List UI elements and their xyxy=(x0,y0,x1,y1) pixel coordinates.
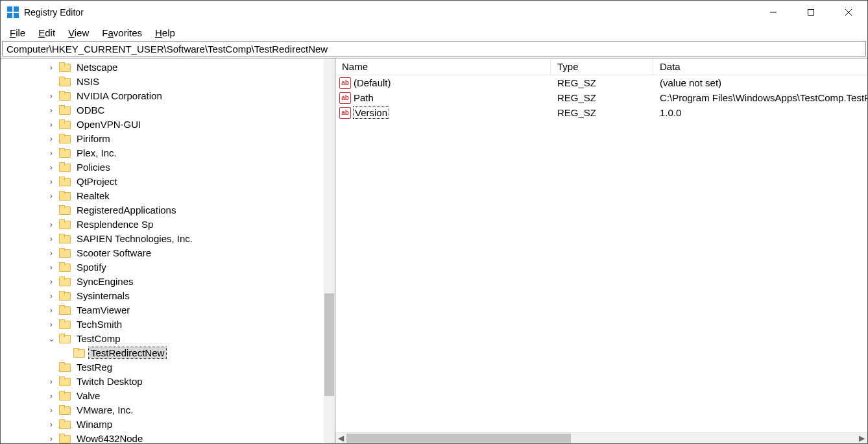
chevron-right-icon[interactable]: › xyxy=(46,262,56,272)
tree-item[interactable]: ›Resplendence Sp xyxy=(1,217,335,231)
chevron-right-icon: › xyxy=(46,204,56,215)
registry-tree[interactable]: ›Netscape›NSIS›NVIDIA Corporation›ODBC›O… xyxy=(1,58,335,443)
chevron-right-icon[interactable]: › xyxy=(46,404,56,415)
tree-item[interactable]: ›Plex, Inc. xyxy=(1,145,335,160)
menu-bar: File Edit View Favorites Help xyxy=(1,24,867,41)
values-header: Name Type Data xyxy=(335,58,867,75)
tree-item-label: Twitch Desktop xyxy=(75,376,145,387)
menu-view[interactable]: View xyxy=(62,26,95,40)
value-name: Version xyxy=(354,107,389,118)
svg-rect-0 xyxy=(7,6,12,12)
tree-item-label: Piriform xyxy=(75,133,112,144)
minimize-button[interactable] xyxy=(754,1,792,24)
tree-item[interactable]: ›TestReg xyxy=(1,360,335,374)
main-split: ›Netscape›NSIS›NVIDIA Corporation›ODBC›O… xyxy=(1,58,867,443)
value-type: REG_SZ xyxy=(551,107,653,118)
chevron-right-icon[interactable]: › xyxy=(46,276,56,286)
address-bar[interactable]: Computer\HKEY_CURRENT_USER\Software\Test… xyxy=(2,41,866,56)
chevron-right-icon[interactable]: › xyxy=(46,147,56,158)
tree-item[interactable]: ›Policies xyxy=(1,160,335,174)
values-h-scrollbar[interactable]: ◀ ▶ xyxy=(335,432,867,443)
chevron-right-icon[interactable]: › xyxy=(46,219,56,229)
value-name: Path xyxy=(354,92,374,103)
chevron-right-icon[interactable]: › xyxy=(46,233,56,243)
tree-item-label: TestReg xyxy=(75,362,114,373)
close-button[interactable] xyxy=(830,1,867,24)
tree-item[interactable]: ›Wow6432Node xyxy=(1,431,335,443)
tree-item[interactable]: ›TeamViewer xyxy=(1,302,335,317)
tree-item[interactable]: ›SAPIEN Technologies, Inc. xyxy=(1,231,335,245)
svg-rect-2 xyxy=(7,13,12,18)
chevron-right-icon[interactable]: › xyxy=(46,433,56,443)
chevron-right-icon[interactable]: › xyxy=(46,62,56,72)
folder-icon xyxy=(59,133,71,143)
chevron-right-icon[interactable]: › xyxy=(46,390,56,401)
tree-item[interactable]: ›Scooter Software xyxy=(1,245,335,260)
chevron-right-icon[interactable]: › xyxy=(46,247,56,258)
chevron-right-icon: › xyxy=(60,347,71,358)
menu-edit[interactable]: Edit xyxy=(32,26,62,40)
tree-item[interactable]: ›Netscape xyxy=(1,60,335,74)
h-scroll-left-icon[interactable]: ◀ xyxy=(335,433,346,443)
chevron-right-icon[interactable]: › xyxy=(46,133,56,143)
menu-file[interactable]: File xyxy=(3,26,32,40)
folder-icon xyxy=(59,404,71,415)
maximize-button[interactable] xyxy=(792,1,830,24)
column-header-type[interactable]: Type xyxy=(551,58,653,75)
value-row[interactable]: abVersionREG_SZ1.0.0 xyxy=(335,105,867,120)
values-list[interactable]: ab(Default)REG_SZ(value not set)abPathRE… xyxy=(335,75,867,432)
tree-item-label: Wow6432Node xyxy=(75,433,145,444)
folder-icon xyxy=(59,233,71,243)
tree-item[interactable]: ›RegisteredApplications xyxy=(1,203,335,217)
tree-item[interactable]: ›Realtek xyxy=(1,188,335,203)
tree-item[interactable]: ⌄TestComp xyxy=(1,331,335,345)
tree-item[interactable]: ›Valve xyxy=(1,388,335,402)
chevron-right-icon[interactable]: › xyxy=(46,319,56,329)
chevron-right-icon[interactable]: › xyxy=(46,162,56,172)
chevron-right-icon[interactable]: › xyxy=(46,90,56,101)
tree-item[interactable]: ›Sysinternals xyxy=(1,288,335,302)
tree-scrollbar[interactable] xyxy=(324,58,335,443)
chevron-right-icon[interactable]: › xyxy=(46,304,56,315)
tree-item-label: Netscape xyxy=(75,62,119,73)
folder-icon xyxy=(59,76,71,86)
tree-item[interactable]: ›OpenVPN-GUI xyxy=(1,117,335,131)
menu-help[interactable]: Help xyxy=(149,26,182,40)
tree-item-label: Policies xyxy=(75,162,112,173)
tree-item[interactable]: ›ODBC xyxy=(1,103,335,117)
tree-item[interactable]: ›TestRedirectNew xyxy=(1,345,335,360)
tree-item[interactable]: ›Spotify xyxy=(1,260,335,274)
tree-item[interactable]: ›QtProject xyxy=(1,174,335,188)
tree-item[interactable]: ›VMware, Inc. xyxy=(1,402,335,417)
tree-item-label: TechSmith xyxy=(75,319,124,330)
tree-item[interactable]: ›Piriform xyxy=(1,131,335,145)
tree-item[interactable]: ›Winamp xyxy=(1,417,335,431)
chevron-right-icon[interactable]: › xyxy=(46,290,56,301)
chevron-right-icon[interactable]: › xyxy=(46,105,56,115)
tree-item[interactable]: ›SyncEngines xyxy=(1,274,335,288)
tree-item[interactable]: ›NSIS xyxy=(1,74,335,88)
value-row[interactable]: abPathREG_SZC:\Program Files\WindowsApps… xyxy=(335,90,867,105)
column-header-data[interactable]: Data xyxy=(653,58,867,75)
h-scroll-right-icon[interactable]: ▶ xyxy=(856,433,867,443)
folder-icon xyxy=(59,390,71,401)
tree-scroll-thumb[interactable] xyxy=(324,293,334,396)
tree-item[interactable]: ›Twitch Desktop xyxy=(1,374,335,388)
value-data: C:\Program Files\WindowsApps\TestComp.Te… xyxy=(653,92,867,103)
tree-item[interactable]: ›TechSmith xyxy=(1,317,335,331)
chevron-right-icon[interactable]: › xyxy=(46,190,56,201)
tree-item[interactable]: ›NVIDIA Corporation xyxy=(1,88,335,103)
tree-item-label: TestComp xyxy=(75,333,123,344)
chevron-right-icon[interactable]: › xyxy=(46,376,56,386)
column-header-name[interactable]: Name xyxy=(335,58,551,75)
h-scroll-thumb[interactable] xyxy=(346,434,571,443)
value-row[interactable]: ab(Default)REG_SZ(value not set) xyxy=(335,75,867,90)
folder-icon xyxy=(59,219,71,229)
chevron-down-icon[interactable]: ⌄ xyxy=(46,333,56,343)
chevron-right-icon[interactable]: › xyxy=(46,176,56,186)
tree-item-label: RegisteredApplications xyxy=(75,204,178,216)
menu-favorites[interactable]: Favorites xyxy=(95,26,149,40)
chevron-right-icon[interactable]: › xyxy=(46,419,56,429)
chevron-right-icon[interactable]: › xyxy=(46,119,56,129)
folder-icon xyxy=(59,119,71,129)
